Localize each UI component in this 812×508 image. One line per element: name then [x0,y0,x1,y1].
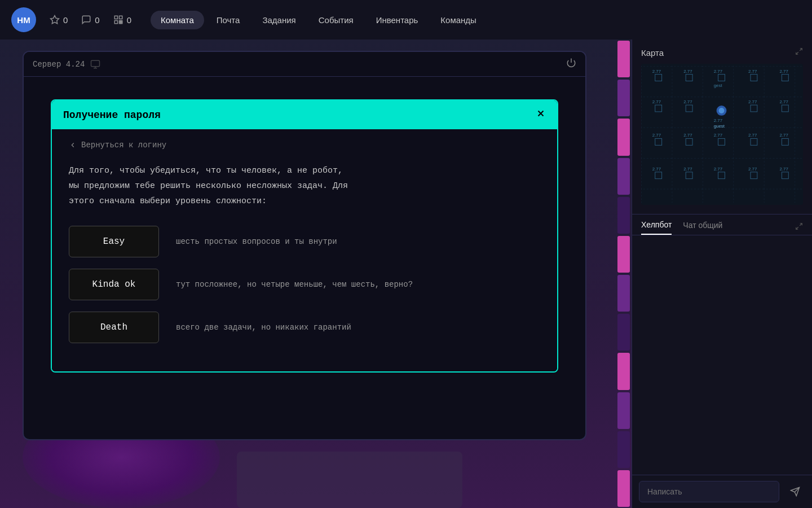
modal-description: Для того, чтобы убедиться, что ты челове… [69,163,540,209]
svg-text:2.77: 2.77 [779,69,788,74]
svg-rect-1 [114,16,117,19]
chat-messages [632,235,812,475]
nav-zadaniya[interactable]: Задания [252,11,306,29]
difficulty-easy-desc: шесть простых вопросов и ты внутри [176,237,337,246]
strip-3 [617,119,630,155]
chevron-left-icon [69,141,77,149]
power-icon [566,58,576,68]
strip-5 [617,197,630,234]
svg-rect-7 [121,23,122,24]
stat-qr: 0 [113,15,131,25]
tab-helpbot[interactable]: Хелпбот [641,220,672,235]
difficulty-kinda-option: Kinda ok тут посложнее, но четыре меньше… [69,269,540,300]
strip-10 [617,392,630,429]
modal-body: Вернуться к логину Для того, чтобы убеди… [52,129,557,371]
main-content: Сервер 4.24 Получен [0,40,812,508]
expand-icon [795,47,803,55]
nav-komandy[interactable]: Команды [430,11,487,29]
qr-icon [113,15,123,25]
chat-send-button[interactable] [785,481,805,502]
chat-icon [81,15,91,25]
strip-7 [617,275,630,312]
map-svg: 2.77 2.77 2.77 gest 2.77 2.77 2.77 2.77 [641,64,803,205]
nav-inventar[interactable]: Инвентарь [366,11,429,29]
terminal-titlebar: Сервер 4.24 [24,52,585,77]
svg-text:gest: gest [714,83,723,88]
map-title: Карта [641,48,664,58]
difficulty-kinda-button[interactable]: Kinda ok [69,269,159,300]
modal-close-button[interactable] [536,108,546,121]
difficulty-death-button[interactable]: Death [69,312,159,343]
difficulty-easy-option: Easy шесть простых вопросов и ты внутри [69,226,540,257]
svg-marker-0 [51,16,59,24]
power-button[interactable] [566,58,576,71]
strip-2 [617,80,630,116]
svg-text:2.77: 2.77 [714,118,722,123]
map-panel-header: Карта [641,47,803,58]
nav-sobytiya[interactable]: События [308,11,364,29]
svg-rect-2 [119,16,122,19]
svg-text:guest: guest [714,124,725,129]
svg-rect-3 [114,21,117,24]
terminal-title-area: Сервер 4.24 [33,59,100,69]
svg-text:2.77: 2.77 [652,99,661,104]
svg-text:2.77: 2.77 [779,167,788,172]
center-area: Сервер 4.24 Получен [0,40,632,508]
svg-text:2.77: 2.77 [714,69,722,74]
tab-chat-general[interactable]: Чат общий [683,221,722,234]
svg-text:2.77: 2.77 [714,133,722,138]
deco-box-right [237,452,462,508]
svg-text:2.77: 2.77 [683,99,692,104]
stat-stars: 0 [50,15,68,25]
strip-9 [617,353,630,389]
map-expand-button[interactable] [795,47,803,58]
svg-text:2.77: 2.77 [683,167,692,172]
monitor-icon [90,59,100,69]
svg-rect-6 [119,23,120,24]
map-area: 2.77 2.77 2.77 gest 2.77 2.77 2.77 2.77 [641,64,803,205]
svg-rect-4 [119,21,120,22]
strip-12 [617,470,630,507]
svg-text:2.77: 2.77 [683,133,692,138]
difficulty-death-desc: всего две задачи, но никаких гарантий [176,323,351,332]
svg-text:2.77: 2.77 [779,99,788,104]
terminal: Сервер 4.24 Получен [23,51,586,440]
stars-count: 0 [63,15,68,25]
avatar[interactable]: HM [11,7,36,32]
map-panel: Карта [632,40,812,214]
svg-text:2.77: 2.77 [683,69,692,74]
nav-pochta[interactable]: Почта [206,11,250,29]
difficulty-death-option: Death всего две задачи, но никаких гаран… [69,312,540,343]
back-label: Вернуться к логину [81,141,166,150]
svg-line-14 [800,49,802,51]
svg-line-61 [796,227,798,229]
modal-title: Получение пароля [63,110,161,121]
back-link[interactable]: Вернуться к логину [69,141,540,150]
svg-point-33 [719,108,725,113]
terminal-content: Получение пароля [24,77,585,99]
strip-11 [617,431,630,468]
messages-count: 0 [95,15,99,25]
difficulty-kinda-desc: тут посложнее, но четыре меньше, чем шес… [176,280,413,289]
chat-tabs: Хелпбот Чат общий [632,214,812,235]
svg-line-60 [800,223,802,225]
topbar: HM 0 0 0 Комната Почта Задания События И… [0,0,812,40]
svg-text:2.77: 2.77 [748,99,757,104]
qr-count: 0 [127,15,131,25]
chat-input[interactable] [639,481,779,502]
svg-rect-8 [91,60,100,67]
svg-text:2.77: 2.77 [652,69,661,74]
chat-panel: Хелпбот Чат общий [632,214,812,508]
chat-expand-button[interactable] [795,222,803,233]
svg-line-15 [796,52,798,54]
svg-text:2.77: 2.77 [652,133,661,138]
strip-6 [617,236,630,273]
nav-komната[interactable]: Комната [151,11,204,29]
modal: Получение пароля [51,99,558,373]
main-nav: Комната Почта Задания События Инвентарь … [151,11,487,29]
modal-header: Получение пароля [52,100,557,129]
svg-text:2.77: 2.77 [748,133,757,138]
difficulty-easy-button[interactable]: Easy [69,226,159,257]
svg-text:2.77: 2.77 [748,69,757,74]
terminal-wrapper: Сервер 4.24 Получен [23,51,586,440]
